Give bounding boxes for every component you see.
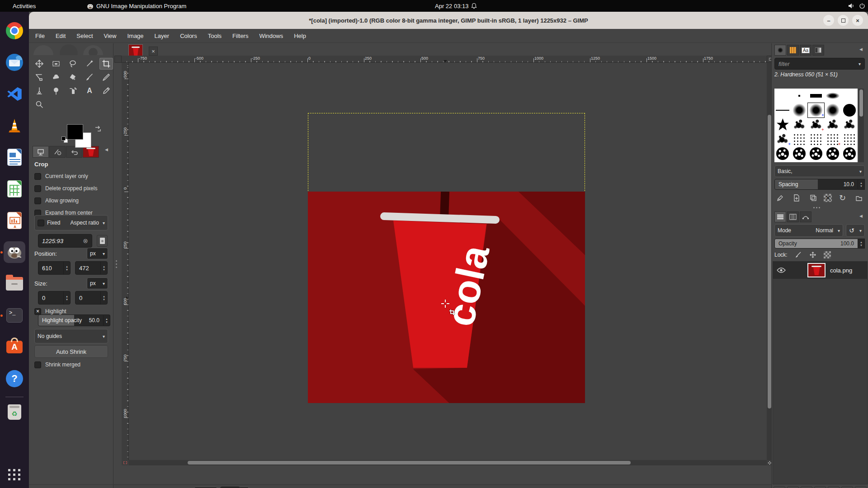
opacity-slider[interactable]: Opacity 100.0 [774, 239, 858, 249]
window-titlebar[interactable]: *[cola] (imported)-1.0 (RGB color 8-bit … [29, 12, 868, 29]
restore-preset-button[interactable]: ↺ [52, 485, 63, 488]
layer-row-cola[interactable]: cola.png [773, 262, 867, 279]
horizontal-scrollbar[interactable] [129, 460, 767, 465]
duplicate-brush-button[interactable] [807, 192, 819, 203]
checkbox-row-current-layer-only[interactable]: Current layer only [34, 171, 88, 181]
dock-item-chrome[interactable] [4, 20, 25, 42]
duplicate-layer-button[interactable] [828, 486, 840, 488]
brush-cell-grunge[interactable]: + [808, 117, 825, 132]
auto-shrink-button[interactable]: Auto Shrink [34, 345, 108, 358]
spinner[interactable]: ▴▾ [858, 239, 865, 249]
brush-cell-dots[interactable]: + [824, 132, 841, 146]
tool-warp[interactable] [49, 71, 63, 83]
tool-paintbrush[interactable] [83, 71, 96, 83]
brush-cell-soft[interactable]: + [808, 103, 825, 117]
close-image-tab-button[interactable]: × [149, 47, 158, 56]
spinner[interactable]: ▴▾ [858, 179, 865, 190]
shrink-merged-row[interactable]: Shrink merged [34, 360, 80, 370]
activities-button[interactable]: Activities [13, 0, 36, 12]
layer-thumbnail[interactable] [807, 263, 826, 277]
reset-options-button[interactable]: ↻ [91, 485, 103, 488]
spinner[interactable]: ▴▾ [63, 262, 70, 274]
volume-icon[interactable] [848, 0, 855, 12]
vertical-ruler[interactable]: -500-25002505007501000 [122, 63, 129, 460]
tool-smudge[interactable] [49, 85, 63, 97]
delete-layer-button[interactable]: × [855, 486, 867, 488]
menu-item-image[interactable]: Image [127, 33, 143, 39]
open-brush-as-image-button[interactable] [853, 192, 865, 203]
spacing-slider[interactable]: Spacing 10.0 [774, 179, 858, 190]
lock-alpha-icon[interactable] [824, 251, 831, 258]
aspect-ratio-input[interactable]: 1225:93 ⊗ [38, 234, 92, 248]
layer-visibility-eye-icon[interactable] [777, 267, 786, 273]
tab-layers[interactable] [774, 211, 786, 222]
foreground-color-swatch[interactable] [67, 124, 83, 140]
tab-brushes[interactable] [774, 45, 786, 56]
size-h-input[interactable]: 0▴▾ [75, 291, 108, 305]
position-y-input[interactable]: 472▴▾ [75, 261, 108, 275]
lower-layer-button[interactable]: ▼ [814, 486, 826, 488]
tool-rectangle-select[interactable] [49, 58, 63, 70]
brush-cell-cells[interactable] [841, 146, 858, 161]
dock-item-vscode[interactable] [4, 83, 25, 105]
panel-splitter-handle[interactable] [116, 260, 117, 268]
brush-cell-grunge[interactable] [824, 117, 841, 132]
checkbox[interactable] [34, 185, 41, 192]
tool-crop[interactable] [99, 58, 113, 70]
default-colors-icon[interactable] [61, 136, 66, 141]
tool-measure[interactable] [33, 85, 46, 97]
dock-item-terminal[interactable]: >_ [4, 305, 25, 326]
highlight-checkbox[interactable]: × [34, 308, 41, 315]
fixed-checkbox[interactable] [38, 220, 44, 226]
brush-cell-dots[interactable] [791, 132, 808, 146]
tool-pencil[interactable] [99, 71, 113, 83]
brush-cell-empty[interactable] [841, 89, 858, 103]
size-unit-select[interactable]: px▾ [87, 277, 108, 289]
close-button[interactable]: × [852, 15, 863, 26]
dock-item-files[interactable] [4, 273, 25, 295]
tab-channels[interactable] [787, 211, 799, 222]
tab-fonts[interactable]: Aa [800, 45, 811, 56]
dock-item-ubuntu-software[interactable]: A [4, 336, 25, 358]
lock-position-icon[interactable] [809, 251, 816, 258]
brush-cell-star[interactable] [774, 117, 791, 132]
brush-cell-solid[interactable] [841, 103, 858, 117]
menu-item-tools[interactable]: Tools [208, 33, 222, 39]
brush-cell-grunge[interactable] [791, 117, 808, 132]
save-preset-button[interactable] [32, 485, 43, 488]
panel-tab-arrow-icon[interactable]: ◀ [859, 214, 863, 218]
spacing-control[interactable]: Spacing 10.0 ▴▾ [774, 179, 865, 190]
brush-cell-dots[interactable] [841, 132, 858, 146]
clock-menu[interactable]: Apr 22 03:13 [435, 0, 477, 12]
vertical-scrollbar-thumb[interactable] [768, 115, 771, 408]
brush-cell-cells[interactable] [791, 146, 808, 161]
guides-select[interactable]: No guides▾ [34, 329, 108, 343]
brush-grid-scrollbar-thumb[interactable] [859, 89, 863, 117]
checkbox-row-allow-growing[interactable]: Allow growing [34, 196, 79, 206]
tab-paths[interactable] [800, 211, 811, 222]
dock-item-libreoffice-calc[interactable] [4, 178, 25, 200]
swap-colors-icon[interactable] [94, 125, 102, 133]
brush-cell-soft[interactable] [791, 103, 808, 117]
tool-bucket-fill[interactable] [66, 71, 80, 83]
tool-airbrush[interactable] [66, 85, 80, 97]
size-w-input[interactable]: 0▴▾ [38, 291, 71, 305]
checkbox-row-delete-cropped-pixels[interactable]: Delete cropped pixels [34, 183, 97, 193]
canvas-viewport[interactable]: cola [129, 63, 767, 460]
tool-zoom[interactable] [33, 99, 46, 110]
brush-cell-grunge[interactable]: + [774, 132, 791, 146]
shrink-merged-checkbox[interactable] [34, 361, 41, 368]
brush-cell-dots[interactable] [808, 132, 825, 146]
brush-grid-scrollbar[interactable] [859, 89, 864, 162]
lock-pixels-icon[interactable] [795, 251, 802, 258]
menu-item-filters[interactable]: Filters [232, 33, 248, 39]
layer-mode-switch-button[interactable]: ↺▾ [846, 224, 865, 237]
menu-item-help[interactable]: Help [294, 33, 306, 39]
delete-preset-button[interactable]: × [71, 485, 83, 488]
tab-paint-dynamics[interactable]: i [49, 146, 66, 158]
checkbox[interactable] [34, 197, 41, 204]
brush-group-select[interactable]: Basic,▾ [774, 165, 865, 177]
position-unit-select[interactable]: px▾ [87, 248, 108, 259]
menu-item-edit[interactable]: Edit [56, 33, 66, 39]
tab-tool-options[interactable] [33, 146, 49, 158]
